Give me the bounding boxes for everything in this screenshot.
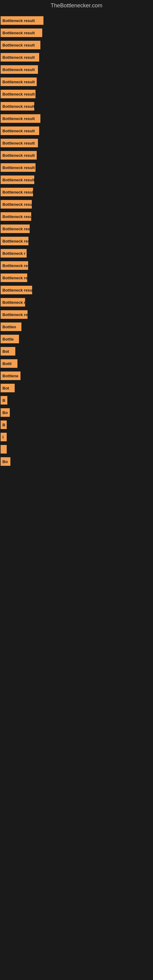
bottleneck-label: Bottleneck result <box>2 202 32 207</box>
bar-row: Bottleneck result <box>0 186 153 198</box>
bar-row: Bottleneck result <box>0 198 153 210</box>
bar-row: Bottleneck result <box>0 173 153 186</box>
bottleneck-bar: Bottleneck result <box>1 78 37 86</box>
bottleneck-label: Bottleneck resu <box>2 239 29 243</box>
bottleneck-bar: Bottle <box>1 335 19 343</box>
bottleneck-bar: Bottleneck result <box>1 114 40 123</box>
bottleneck-bar: Bottleneck result <box>1 126 39 135</box>
bottleneck-bar: Bottleneck result <box>1 163 35 172</box>
bar-row: Bottleneck result <box>0 39 153 51</box>
bar-row: Bottleneck resu <box>0 235 153 247</box>
bottleneck-label: Bottleneck result <box>2 67 35 72</box>
bottleneck-label: Bottleneck result <box>2 227 30 231</box>
bar-row: Bottleneck result <box>0 112 153 125</box>
bottleneck-bar <box>1 445 7 453</box>
bottleneck-bar: Bottleneck resu <box>1 237 29 245</box>
bar-row <box>0 443 153 455</box>
bottleneck-bar: Bottleneck result <box>1 16 43 25</box>
bar-row: Bottleneck result <box>0 51 153 64</box>
bottleneck-bar: Bottleneck result <box>1 139 38 147</box>
bottleneck-label: Bottleneck result <box>2 178 34 182</box>
bar-row: Bot <box>0 345 153 357</box>
bottleneck-label: Bot <box>2 349 9 354</box>
bottleneck-bar: Bottleneck result <box>1 65 38 74</box>
bottleneck-label: Bottlen <box>2 325 16 329</box>
bottleneck-bar: Bottleneck result <box>1 29 42 37</box>
bar-row: Bottleneck result <box>0 137 153 149</box>
bar-row: Bo <box>0 406 153 418</box>
bottleneck-label: Bottleneck res <box>2 275 27 280</box>
bottleneck-label: Bot <box>2 386 9 390</box>
bottleneck-label: Bottleneck result <box>2 116 35 121</box>
bottleneck-bar: Bottleneck result <box>1 90 35 98</box>
bar-row: Bottlen <box>0 321 153 333</box>
bar-row: Bottleneck result <box>0 125 153 137</box>
bottleneck-label: B <box>2 398 5 403</box>
bar-row: B <box>0 418 153 431</box>
bottleneck-bar: Bottleneck result <box>1 102 34 111</box>
bar-row: Bottleneck r <box>0 247 153 259</box>
bottleneck-label: Bottleneck result <box>2 153 35 158</box>
bottleneck-label: Bottle <box>2 337 14 342</box>
bar-row: Bot <box>0 382 153 394</box>
bottleneck-bar: Bottlene <box>1 371 21 380</box>
bar-row: B <box>0 394 153 406</box>
bottleneck-label: Bo <box>2 460 8 464</box>
bottleneck-bar: Bottleneck r <box>1 249 27 258</box>
bottleneck-label: Bottleneck result <box>2 190 33 194</box>
bottleneck-label: Bottleneck result <box>2 43 35 48</box>
bars-container: Bottleneck resultBottleneck resultBottle… <box>0 11 153 471</box>
bottleneck-label: Bottl <box>2 361 12 366</box>
bar-row: Bottleneck result <box>0 223 153 235</box>
bottleneck-label: Bottlene <box>2 374 18 378</box>
bottleneck-bar: Bottleneck result <box>1 200 32 208</box>
bottleneck-label: Bottleneck result <box>2 165 35 170</box>
bottleneck-bar: Bottleneck resu <box>1 261 28 270</box>
bar-row: Bottleneck result <box>0 88 153 100</box>
bar-row: Bo <box>0 455 153 468</box>
bottleneck-bar: Bottl <box>1 359 18 368</box>
bar-row: Bottleneck resu <box>0 309 153 321</box>
bottleneck-label: Bottleneck result <box>2 104 34 109</box>
bottleneck-label: Bottleneck result <box>2 288 32 293</box>
bottleneck-label: Bottleneck result <box>2 30 35 35</box>
bar-row: Bottlene <box>0 370 153 382</box>
bottleneck-bar: Bottleneck result <box>1 151 37 159</box>
bar-row: Bottl <box>0 357 153 370</box>
bottleneck-label: Bottleneck result <box>2 80 35 84</box>
bottleneck-label: Bo <box>2 410 8 415</box>
bar-row: Bottleneck result <box>0 161 153 173</box>
bottleneck-bar: Bottleneck resu <box>1 310 27 319</box>
bar-row: Bottleneck result <box>0 64 153 76</box>
bottleneck-bar: Bottleneck result <box>1 53 39 62</box>
bottleneck-label: Bottleneck r <box>2 300 25 305</box>
bottleneck-bar: Bo <box>1 408 10 417</box>
bottleneck-bar: Bottleneck r <box>1 298 25 307</box>
bottleneck-label: Bottleneck result <box>2 18 35 23</box>
bar-row: Bottleneck res <box>0 272 153 284</box>
bottleneck-bar: Bottleneck result <box>1 212 31 221</box>
bar-row: Bottleneck r <box>0 296 153 309</box>
bottleneck-bar: Bottlen <box>1 323 21 331</box>
bar-row: Bottleneck result <box>0 284 153 296</box>
bottleneck-label: Bottleneck result <box>2 129 35 133</box>
bottleneck-bar: Bottleneck result <box>1 41 40 49</box>
bottleneck-bar: Bottleneck res <box>1 274 27 282</box>
bar-row: Bottleneck result <box>0 149 153 161</box>
bottleneck-bar: Bot <box>1 384 15 392</box>
bottleneck-bar: Bottleneck result <box>1 188 33 196</box>
bottleneck-bar: Bottleneck result <box>1 286 32 294</box>
bottleneck-bar: I <box>1 433 7 441</box>
bottleneck-label: Bottleneck result <box>2 215 31 219</box>
bar-row: I <box>0 431 153 443</box>
bar-row: Bottleneck result <box>0 27 153 39</box>
bottleneck-label: I <box>2 435 4 439</box>
bottleneck-label: Bottleneck result <box>2 141 35 145</box>
bar-row: Bottleneck resu <box>0 259 153 272</box>
bottleneck-label: Bottleneck result <box>2 55 35 60</box>
bottleneck-bar: B <box>1 420 7 429</box>
bottleneck-bar: Bottleneck result <box>1 175 34 184</box>
bottleneck-bar: Bot <box>1 347 15 356</box>
site-title: TheBottlenecker.com <box>0 0 153 11</box>
bottleneck-label: Bottleneck result <box>2 92 35 97</box>
